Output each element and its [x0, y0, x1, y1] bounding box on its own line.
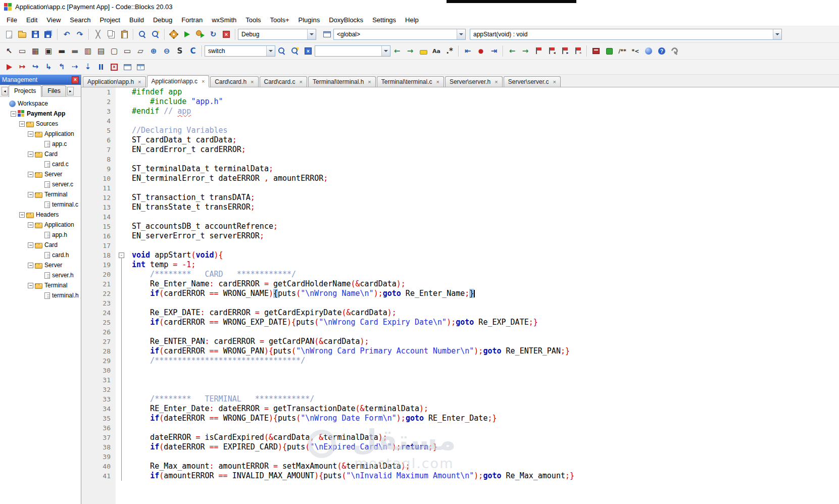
doxy-settings-icon[interactable]	[668, 45, 681, 58]
match-case-icon[interactable]: Aa	[430, 45, 443, 58]
zoom-out-icon[interactable]: ⊖	[160, 45, 173, 58]
code-text[interactable]: Re_Enter_Name: cardERROR = getCardHolder…	[128, 279, 839, 289]
doxy-help-icon[interactable]: ?	[655, 45, 668, 58]
code-text[interactable]: if(amountERROR == INVALID_MAX_AMOUNT){pu…	[128, 471, 839, 481]
find-next-icon[interactable]	[275, 45, 288, 58]
line-number[interactable]: 38	[81, 442, 116, 452]
close-tab-icon[interactable]: ×	[436, 79, 439, 85]
menu-debug[interactable]: Debug	[149, 14, 177, 26]
menu-doxyblocks[interactable]: DoxyBlocks	[324, 14, 368, 26]
code-text[interactable]	[128, 423, 839, 433]
tree-item-app-c[interactable]: app.c	[0, 139, 81, 149]
shape-rect-icon[interactable]: ▭	[121, 45, 134, 58]
collapse-icon[interactable]: −	[28, 131, 33, 137]
line-number[interactable]: 18	[81, 250, 116, 260]
jump-marker-icon[interactable]: ●	[474, 45, 487, 58]
next-bookmark-icon[interactable]: ▸	[558, 45, 571, 58]
goto-next-change-icon[interactable]: →	[519, 45, 532, 58]
jump-forward-icon[interactable]: ⇥	[487, 45, 501, 58]
undo-icon[interactable]: ↶	[60, 28, 73, 41]
line-number[interactable]: 7	[81, 145, 116, 155]
prev-bookmark-icon[interactable]: ◂	[545, 45, 558, 58]
code-text[interactable]	[128, 298, 839, 308]
select-pointer-icon[interactable]: ↖	[3, 45, 16, 58]
tree-item-server-h[interactable]: server.h	[0, 270, 81, 280]
editor-tab-application-app-h[interactable]: Application\app.h×	[83, 76, 146, 87]
menu-fortran[interactable]: Fortran	[177, 14, 207, 26]
line-number[interactable]: 14	[81, 212, 116, 222]
chevron-down-icon[interactable]	[381, 46, 390, 56]
shape-slanted-icon[interactable]: ▱	[134, 45, 147, 58]
line-number[interactable]: 19	[81, 260, 116, 270]
close-icon[interactable]	[72, 76, 79, 83]
collapse-icon[interactable]: −	[28, 152, 33, 157]
editor-tab-card-card-h[interactable]: Card\card.h×	[210, 76, 258, 87]
symbol-combo[interactable]: appStart(void) : void	[470, 29, 782, 40]
editor-tab-terminal-terminal-c[interactable]: Terminal\terminal.c×	[377, 76, 444, 87]
scroll-right-icon[interactable]	[67, 87, 74, 95]
tree-item-card[interactable]: −Card	[0, 240, 81, 250]
step-into-instruction-icon[interactable]: ⇣	[81, 61, 94, 73]
editor-tab-application-app-c[interactable]: Application\app.c×	[147, 75, 210, 87]
widget-grid-icon[interactable]: ▦	[29, 45, 42, 58]
close-tab-icon[interactable]: ×	[368, 79, 371, 85]
code-text[interactable]: ST_accountsDB_t accountRefrence;	[128, 222, 839, 231]
frame-row-d-icon[interactable]: ▤	[94, 45, 108, 58]
collapse-icon[interactable]: −	[19, 212, 25, 218]
code-text[interactable]	[128, 183, 839, 193]
open-file-icon[interactable]	[16, 28, 29, 41]
code-text[interactable]: /******** CARD ************/	[128, 270, 839, 279]
save-file-icon[interactable]	[29, 28, 42, 41]
save-all-files-icon[interactable]	[42, 28, 55, 41]
code-text[interactable]: #include "app.h"	[128, 97, 839, 107]
tree-item-sources[interactable]: −Sources	[0, 119, 81, 129]
line-number[interactable]: 21	[81, 279, 116, 289]
cut-icon[interactable]: ╳	[91, 28, 105, 41]
tree-item-terminal[interactable]: −Terminal	[0, 189, 81, 199]
jump-back-icon[interactable]: ⇤	[461, 45, 474, 58]
line-number[interactable]: 6	[81, 135, 116, 145]
frame-row-b-icon[interactable]: ▬	[68, 45, 81, 58]
prev-match-icon[interactable]: ←	[390, 45, 404, 58]
tree-item-application[interactable]: −Application	[0, 220, 81, 230]
menu-search[interactable]: Search	[65, 14, 95, 26]
code-text[interactable]: ST_transaction_t transDATA;	[128, 193, 839, 203]
tree-item-card-c[interactable]: card.c	[0, 159, 81, 169]
various-info-icon[interactable]: i	[134, 61, 147, 73]
letter-s-icon[interactable]: S	[173, 45, 186, 58]
run-doxygen-icon[interactable]	[603, 45, 616, 58]
line-number[interactable]: 15	[81, 222, 116, 231]
shape-rounded-icon[interactable]: ▢	[108, 45, 121, 58]
line-number[interactable]: 3	[81, 107, 116, 116]
build-and-run-icon[interactable]	[193, 28, 207, 41]
line-number[interactable]: 1	[81, 87, 116, 97]
incremental-search-combo[interactable]	[315, 45, 390, 57]
tab-projects[interactable]: Projects	[9, 85, 41, 97]
menu-edit[interactable]: Edit	[22, 14, 42, 26]
menu-help[interactable]: Help	[401, 14, 423, 26]
rebuild-icon[interactable]: ↻	[207, 28, 220, 41]
collapse-icon[interactable]: −	[28, 283, 33, 288]
code-text[interactable]: dateERROR = isCardExpired(&cardData, &te…	[128, 433, 839, 442]
line-number[interactable]: 37	[81, 433, 116, 442]
tab-files[interactable]: Files	[42, 85, 66, 96]
line-number[interactable]: 28	[81, 346, 116, 356]
zoom-in-icon[interactable]: ⊕	[147, 45, 160, 58]
editor-tab-terminal-terminal-h[interactable]: Terminal\terminal.h×	[308, 76, 376, 87]
line-number[interactable]: 12	[81, 193, 116, 203]
menu-tools[interactable]: Tools	[241, 14, 265, 26]
close-tab-icon[interactable]: ×	[495, 79, 498, 85]
menu-view[interactable]: View	[42, 14, 65, 26]
code-text[interactable]: ST_cardData_t cardData;	[128, 135, 839, 145]
close-tab-icon[interactable]: ×	[553, 79, 556, 85]
line-number[interactable]: 10	[81, 174, 116, 183]
line-number[interactable]: 24	[81, 308, 116, 318]
line-number[interactable]: 41	[81, 471, 116, 481]
tree-item-application[interactable]: −Application	[0, 129, 81, 139]
code-text[interactable]	[128, 241, 839, 250]
code-text[interactable]: /******** TERMINAL ************/	[128, 394, 839, 404]
code-text[interactable]: EN_cardError_t cardERROR;	[128, 145, 839, 155]
doxywizard-icon[interactable]	[642, 45, 655, 58]
break-debugger-icon[interactable]	[94, 61, 108, 73]
frame-row-a-icon[interactable]: ▬	[55, 45, 68, 58]
